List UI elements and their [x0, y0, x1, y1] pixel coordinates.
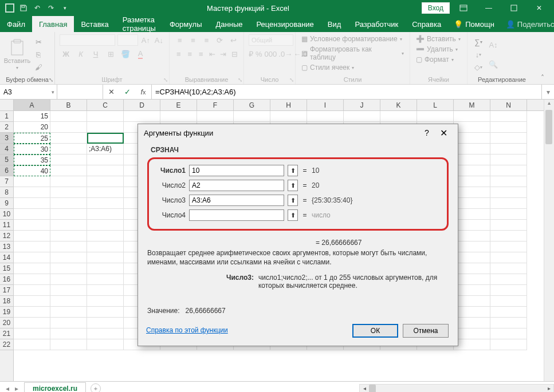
cell[interactable]: [87, 220, 124, 231]
cell[interactable]: [454, 176, 490, 187]
fill-icon[interactable]: ↓▾: [472, 49, 485, 61]
cell[interactable]: [87, 328, 124, 339]
cell[interactable]: [454, 285, 490, 296]
cell[interactable]: [50, 187, 87, 198]
cell[interactable]: [490, 241, 527, 252]
cell[interactable]: [344, 111, 380, 122]
col-header-H[interactable]: H: [270, 100, 307, 110]
row-header-3[interactable]: 3: [0, 133, 13, 144]
range-picker-icon[interactable]: ⬆: [288, 165, 298, 176]
cell[interactable]: 20: [14, 122, 50, 133]
col-header-J[interactable]: J: [344, 100, 380, 110]
cell[interactable]: [454, 318, 490, 328]
insert-cells-button[interactable]: ➕Вставить▾: [415, 34, 462, 43]
row-header-2[interactable]: 2: [0, 122, 13, 133]
dialog-titlebar[interactable]: Аргументы функции ? ✕: [138, 124, 458, 141]
cell[interactable]: [454, 241, 490, 252]
row-header-16[interactable]: 16: [0, 274, 13, 285]
cell[interactable]: [307, 111, 344, 122]
horizontal-scrollbar[interactable]: ◂ ▸: [359, 384, 554, 393]
scroll-left-icon[interactable]: ◂: [360, 385, 369, 391]
row-header-4[interactable]: 4: [0, 144, 13, 155]
cell[interactable]: [270, 111, 307, 122]
cell[interactable]: [50, 122, 87, 133]
cell[interactable]: [490, 209, 527, 220]
comma-icon[interactable]: 000: [265, 48, 277, 60]
cell[interactable]: ;A3:A6): [87, 144, 124, 155]
cell[interactable]: [454, 187, 490, 198]
align-center-icon[interactable]: ≡: [186, 48, 195, 60]
launcher-icon[interactable]: ⤡: [49, 77, 53, 83]
cell[interactable]: [14, 307, 50, 318]
cell[interactable]: [50, 263, 87, 274]
redo-icon[interactable]: ↷: [45, 2, 57, 14]
cell[interactable]: [14, 263, 50, 274]
cell[interactable]: [454, 296, 490, 307]
cell[interactable]: [14, 231, 50, 241]
font-color-icon[interactable]: A: [134, 48, 147, 60]
cell[interactable]: [87, 274, 124, 285]
launcher-icon[interactable]: ⤡: [289, 77, 294, 83]
col-header-K[interactable]: K: [380, 100, 417, 110]
cell[interactable]: [87, 285, 124, 296]
hscroll-thumb[interactable]: [369, 385, 376, 393]
formula-input[interactable]: =СРЗНАЧ(10;A2;A3:A6): [152, 85, 541, 99]
ribbon-display-icon[interactable]: [452, 0, 475, 16]
cell[interactable]: [454, 263, 490, 274]
row-header-12[interactable]: 12: [0, 231, 13, 241]
cell[interactable]: 30: [14, 144, 50, 155]
dialog-help-icon[interactable]: ?: [419, 128, 435, 137]
cell[interactable]: [454, 133, 490, 144]
font-size-combo[interactable]: [117, 34, 138, 46]
scroll-thumb[interactable]: [545, 110, 552, 144]
underline-icon[interactable]: Ч: [89, 48, 102, 60]
col-header-I[interactable]: I: [307, 100, 344, 110]
cell[interactable]: 40: [14, 165, 50, 176]
cell[interactable]: [454, 122, 490, 133]
cell[interactable]: [50, 252, 87, 263]
cell[interactable]: [417, 111, 454, 122]
cell[interactable]: [490, 111, 527, 122]
sheet-tab[interactable]: microexcel.ru: [24, 382, 86, 392]
cell[interactable]: [50, 285, 87, 296]
help-link[interactable]: Справка по этой функции: [146, 326, 228, 334]
arg-input-3[interactable]: [189, 195, 284, 206]
tab-view[interactable]: Вид: [321, 16, 348, 32]
arg-input-4[interactable]: [189, 209, 284, 221]
cell[interactable]: [14, 241, 50, 252]
cell[interactable]: [87, 252, 124, 263]
fill-color-icon[interactable]: 🪣: [119, 48, 132, 60]
clear-icon[interactable]: ◇▾: [472, 62, 485, 73]
row-header-18[interactable]: 18: [0, 296, 13, 307]
qat-dropdown-icon[interactable]: ▾: [58, 2, 71, 14]
tab-review[interactable]: Рецензирование: [249, 16, 320, 32]
tab-help[interactable]: Справка: [405, 16, 448, 32]
col-header-L[interactable]: L: [417, 100, 454, 110]
cell[interactable]: [50, 231, 87, 241]
cell[interactable]: [14, 176, 50, 187]
cell[interactable]: [380, 111, 417, 122]
cell[interactable]: [454, 231, 490, 241]
vertical-scrollbar[interactable]: ▴: [544, 100, 554, 381]
row-header-15[interactable]: 15: [0, 263, 13, 274]
format-as-table-button[interactable]: ▤Форматировать как таблицу▾: [300, 45, 405, 62]
tab-developer[interactable]: Разработчик: [348, 16, 405, 32]
cell[interactable]: [87, 111, 124, 122]
format-painter-icon[interactable]: 🖌: [32, 62, 45, 73]
cell[interactable]: [454, 155, 490, 165]
tab-home[interactable]: Главная: [32, 16, 74, 32]
range-picker-icon[interactable]: ⬆: [288, 180, 298, 191]
undo-icon[interactable]: ↶: [31, 2, 44, 14]
cell[interactable]: [87, 165, 124, 176]
col-header-E[interactable]: E: [160, 100, 197, 110]
increase-indent-icon[interactable]: ⇥: [219, 48, 228, 60]
italic-icon[interactable]: К: [74, 48, 87, 60]
tell-me[interactable]: 💡Помощн: [448, 16, 500, 32]
cell-styles-button[interactable]: ▢Стили ячеек▾: [300, 63, 405, 72]
cell[interactable]: [490, 296, 527, 307]
cell[interactable]: [87, 133, 124, 144]
conditional-formatting-button[interactable]: ▦Условное форматирование▾: [300, 34, 405, 43]
col-header-C[interactable]: C: [87, 100, 124, 110]
cell[interactable]: [490, 318, 527, 328]
cell[interactable]: [490, 155, 527, 165]
